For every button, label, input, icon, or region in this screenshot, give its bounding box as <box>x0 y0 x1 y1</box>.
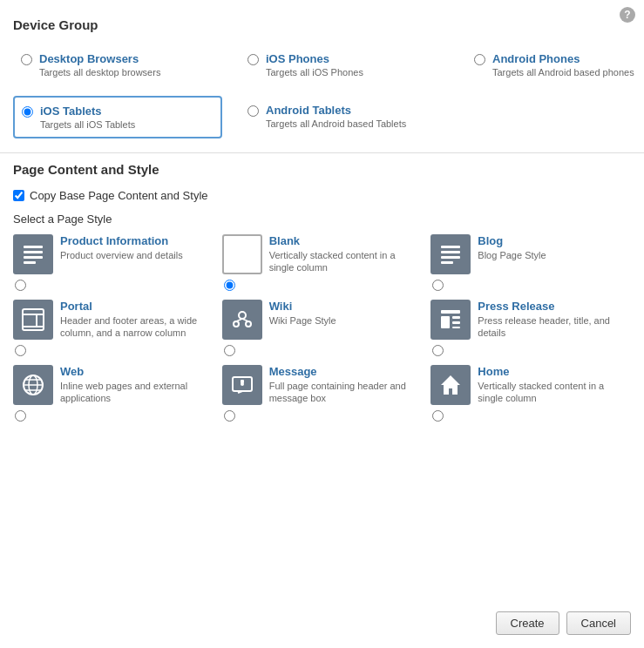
style-icon-press-release <box>430 300 471 340</box>
device-option-ios-phones[interactable]: iOS Phones Targets all iOS Phones <box>240 44 449 85</box>
style-icon-portal <box>13 300 53 340</box>
device-option-desktop[interactable]: Desktop Browsers Targets all desktop bro… <box>13 44 222 85</box>
svg-rect-11 <box>36 315 37 326</box>
svg-rect-1 <box>24 251 43 253</box>
style-desc-wiki: Wiki Page Style <box>269 314 336 327</box>
style-radio-message[interactable] <box>224 410 235 422</box>
svg-rect-21 <box>452 327 460 328</box>
device-desc-ios-tablets: Targets all iOS Tablets <box>40 119 135 130</box>
style-desc-web: Inline web pages and external applicatio… <box>60 380 214 405</box>
style-label-blank: Blank <box>269 234 423 247</box>
style-radio-product-information[interactable] <box>15 280 26 291</box>
device-label-ios-phones: iOS Phones <box>266 52 363 65</box>
device-option-ios-tablets[interactable]: iOS Tablets Targets all iOS Tablets <box>13 96 222 138</box>
copy-base-row: Copy Base Page Content and Style <box>13 189 631 202</box>
style-item-home: Home Vertically stacked content in a sin… <box>430 365 631 422</box>
style-label-blog: Blog <box>478 234 546 247</box>
style-desc-press-release: Press release header, title, and details <box>478 314 631 340</box>
footer-buttons: Create Cancel <box>496 611 632 635</box>
style-desc-message: Full page containing header and message … <box>269 380 423 405</box>
style-item-press-release: Press Release Press release header, titl… <box>430 300 631 356</box>
style-item-web: Web Inline web pages and external applic… <box>13 365 214 422</box>
device-desc-desktop: Targets all desktop browsers <box>39 67 160 78</box>
style-radio-wiki[interactable] <box>224 345 235 356</box>
style-radio-home[interactable] <box>432 410 444 422</box>
style-icon-home <box>430 365 471 405</box>
device-label-android-phones: Android Phones <box>492 52 634 65</box>
device-group-section: Device Group Desktop Browsers Targets al… <box>0 0 644 147</box>
svg-rect-20 <box>452 321 460 324</box>
svg-rect-5 <box>441 251 460 253</box>
style-radio-web[interactable] <box>15 410 26 422</box>
svg-rect-3 <box>24 261 36 264</box>
style-radio-blank[interactable] <box>224 280 235 291</box>
style-item-blog: Blog Blog Page Style <box>430 234 631 291</box>
cancel-button[interactable]: Cancel <box>566 611 631 635</box>
device-label-android-tablets: Android Tablets <box>266 104 406 117</box>
svg-marker-31 <box>441 375 460 395</box>
svg-rect-19 <box>452 316 460 319</box>
svg-rect-7 <box>441 261 453 264</box>
svg-rect-6 <box>441 256 460 259</box>
svg-rect-10 <box>23 326 44 327</box>
style-radio-portal[interactable] <box>15 345 26 356</box>
copy-base-checkbox[interactable] <box>13 190 24 201</box>
style-label-wiki: Wiki <box>269 300 336 313</box>
style-desc-blog: Blog Page Style <box>478 249 546 261</box>
svg-rect-9 <box>23 314 44 315</box>
style-item-wiki: Wiki Wiki Page Style <box>222 300 423 356</box>
style-item-message: Message Full page containing header and … <box>222 365 423 422</box>
svg-rect-17 <box>441 310 460 314</box>
style-item-product-information: Product Information Product overview and… <box>13 234 214 291</box>
device-radio-ios-tablets[interactable] <box>22 106 33 118</box>
device-label-desktop: Desktop Browsers <box>39 52 160 65</box>
svg-point-13 <box>234 321 239 327</box>
style-item-portal: Portal Header and footer areas, a wide c… <box>13 300 214 356</box>
style-label-message: Message <box>269 365 423 378</box>
style-desc-portal: Header and footer areas, a wide column, … <box>60 314 214 340</box>
device-desc-android-phones: Targets all Android based phones <box>492 67 634 78</box>
style-radio-blog[interactable] <box>432 280 444 291</box>
style-label-portal: Portal <box>60 300 214 313</box>
style-label-product-information: Product Information <box>60 234 183 247</box>
svg-rect-2 <box>24 256 43 259</box>
svg-rect-30 <box>241 380 244 383</box>
svg-rect-18 <box>441 316 450 328</box>
style-icon-blank <box>222 234 262 274</box>
style-label-home: Home <box>478 365 631 378</box>
device-option-android-phones[interactable]: Android Phones Targets all Android based… <box>466 44 644 85</box>
style-desc-home: Vertically stacked content in a single c… <box>478 380 631 405</box>
help-icon[interactable]: ? <box>620 7 635 23</box>
style-icon-message <box>222 365 262 405</box>
page-content-title: Page Content and Style <box>13 162 631 177</box>
device-label-ios-tablets: iOS Tablets <box>40 105 135 118</box>
device-radio-desktop[interactable] <box>21 54 32 65</box>
select-style-label: Select a Page Style <box>13 213 631 226</box>
device-radio-android-tablets[interactable] <box>247 105 259 117</box>
style-item-blank: Blank Vertically stacked content in a si… <box>222 234 423 291</box>
device-desc-ios-phones: Targets all iOS Phones <box>266 67 363 78</box>
svg-line-15 <box>236 319 242 321</box>
style-icon-web <box>13 365 53 405</box>
style-icon-product-information <box>13 234 53 274</box>
style-icon-blog <box>430 234 471 274</box>
style-radio-press-release[interactable] <box>432 345 444 356</box>
device-option-android-tablets[interactable]: Android Tablets Targets all Android base… <box>240 96 449 138</box>
svg-rect-0 <box>24 246 43 248</box>
device-group-title: Device Group <box>13 17 631 32</box>
style-desc-product-information: Product overview and details <box>60 249 183 261</box>
svg-rect-4 <box>441 246 460 248</box>
style-label-web: Web <box>60 365 214 378</box>
device-desc-android-tablets: Targets all Android based Tablets <box>266 118 406 129</box>
svg-line-16 <box>242 319 248 321</box>
copy-base-label: Copy Base Page Content and Style <box>30 189 208 202</box>
svg-point-14 <box>246 321 251 327</box>
device-radio-android-phones[interactable] <box>474 54 485 65</box>
style-desc-blank: Vertically stacked content in a single c… <box>269 249 423 274</box>
style-icon-wiki <box>222 300 262 340</box>
device-options-grid: Desktop Browsers Targets all desktop bro… <box>13 44 631 138</box>
create-button[interactable]: Create <box>496 611 559 635</box>
device-radio-ios-phones[interactable] <box>247 54 259 65</box>
style-label-press-release: Press Release <box>478 300 631 313</box>
page-content-section: Page Content and Style Copy Base Page Co… <box>0 152 644 430</box>
